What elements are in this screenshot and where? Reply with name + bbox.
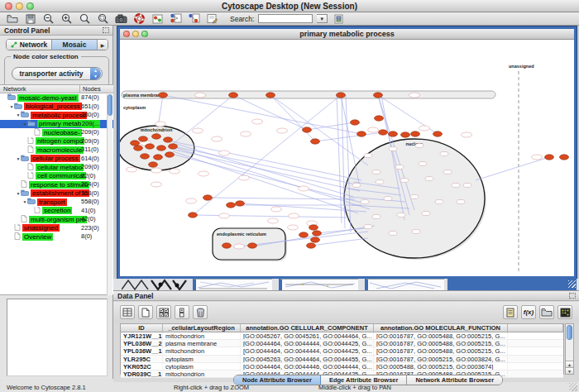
table-cell[interactable]: YPL036W__2 bbox=[121, 340, 163, 347]
gene-node[interactable] bbox=[311, 139, 320, 144]
select-attributes-icon[interactable] bbox=[156, 305, 171, 319]
table-scrollbar[interactable]: ▲ ▼ bbox=[565, 323, 574, 375]
tree-row[interactable]: secretion41(0) bbox=[0, 207, 113, 216]
gene-node[interactable] bbox=[311, 237, 320, 242]
zoom-selected-icon[interactable] bbox=[96, 13, 110, 24]
nucleus-gene-node[interactable] bbox=[397, 213, 405, 217]
gene-label-node[interactable] bbox=[271, 207, 282, 212]
gene-node[interactable] bbox=[248, 243, 257, 248]
attribute-table-icon[interactable] bbox=[120, 305, 135, 319]
gene-label-node[interactable] bbox=[186, 198, 197, 203]
gene-node[interactable] bbox=[146, 144, 155, 149]
gene-node[interactable] bbox=[165, 152, 175, 157]
gene-label-node[interactable] bbox=[212, 136, 223, 141]
gene-label-node[interactable] bbox=[170, 169, 180, 174]
open-folder-icon[interactable] bbox=[5, 13, 19, 24]
gene-node[interactable] bbox=[433, 131, 443, 136]
gene-node[interactable] bbox=[307, 243, 316, 248]
tree-row[interactable]: ▼establishment of lo558(0) bbox=[0, 189, 113, 198]
graph-edge[interactable] bbox=[193, 215, 350, 218]
gene-node[interactable] bbox=[152, 134, 161, 139]
delete-attribute-icon[interactable] bbox=[193, 305, 208, 319]
gene-node[interactable] bbox=[159, 93, 168, 98]
mosaic-annotation-icon[interactable] bbox=[169, 13, 183, 24]
tree-row[interactable]: mosaic-demo-yeast874(0) bbox=[0, 93, 113, 103]
gene-label-node[interactable] bbox=[368, 127, 379, 132]
nucleus-gene-node[interactable] bbox=[389, 231, 397, 235]
nucleus-gene-node[interactable] bbox=[419, 161, 427, 165]
gene-label-node[interactable] bbox=[219, 151, 230, 155]
gene-node[interactable] bbox=[303, 127, 312, 132]
gene-node[interactable] bbox=[157, 146, 166, 151]
tree-row[interactable]: ▼biological_process651(0) bbox=[0, 103, 113, 112]
tab-overflow-button[interactable]: ▶ bbox=[98, 40, 108, 50]
gene-label-node[interactable] bbox=[252, 119, 263, 124]
gene-node[interactable] bbox=[309, 225, 318, 230]
table-cell[interactable]: [GO:0044464, GO:0044444, GO:0044425, G..… bbox=[241, 340, 374, 347]
table-cell[interactable]: [GO:0044464, GO:0044446, GO:0044444, G..… bbox=[241, 363, 374, 370]
gene-label-node[interactable] bbox=[127, 167, 137, 172]
table-row[interactable]: YJR121W__1mitochondrion[GO:0045267, GO:0… bbox=[121, 332, 563, 340]
nucleus-gene-node[interactable] bbox=[422, 211, 430, 215]
network-canvas[interactable]: plasma membranecytoplasmmitochondrionnuc… bbox=[120, 40, 574, 276]
tree-row[interactable]: nitrogen compo209(0) bbox=[0, 137, 113, 146]
nucleus-gene-node[interactable] bbox=[395, 165, 404, 169]
graph-edge[interactable] bbox=[476, 157, 549, 180]
gene-node[interactable] bbox=[266, 93, 275, 98]
search-dropdown-button[interactable]: ▼ bbox=[317, 14, 328, 23]
gene-node[interactable] bbox=[411, 131, 420, 136]
tree-row[interactable]: ▼primary metabo209(... bbox=[0, 120, 113, 129]
graph-edge[interactable] bbox=[270, 95, 315, 141]
plasma-membrane-region[interactable] bbox=[122, 91, 495, 98]
nucleus-gene-node[interactable] bbox=[400, 178, 409, 182]
gene-label-node[interactable] bbox=[239, 175, 250, 180]
table-cell[interactable]: mitochondrion bbox=[163, 332, 241, 339]
gene-node[interactable] bbox=[154, 155, 163, 160]
gene-node[interactable] bbox=[189, 213, 198, 218]
float-panel-icon[interactable] bbox=[569, 293, 576, 299]
gene-node[interactable] bbox=[337, 93, 346, 98]
tree-row[interactable]: cell communicat22(0) bbox=[0, 172, 113, 181]
gene-label-node[interactable] bbox=[299, 186, 309, 191]
gene-node[interactable] bbox=[149, 162, 158, 167]
gene-node[interactable] bbox=[139, 136, 148, 141]
table-cell[interactable]: [GO:0045267, GO:0045261, GO:0044464, G..… bbox=[241, 332, 374, 339]
snapshot-camera-icon[interactable] bbox=[114, 13, 128, 24]
table-cell[interactable]: YLR295C bbox=[121, 356, 163, 362]
tab-mosaic[interactable]: Mosaic bbox=[52, 40, 98, 50]
table-cell[interactable]: mitochondrion bbox=[163, 370, 241, 377]
table-cell[interactable]: cytoplasm bbox=[163, 363, 241, 370]
gene-label-node[interactable] bbox=[193, 128, 203, 133]
column-header[interactable]: _cellularLayoutRegion bbox=[163, 324, 241, 332]
table-cell[interactable]: cytoplasm bbox=[163, 356, 241, 362]
gene-node[interactable] bbox=[545, 155, 554, 160]
tree-row[interactable]: nucleobase-209(0) bbox=[0, 128, 113, 137]
save-icon[interactable] bbox=[23, 13, 37, 24]
tree-row[interactable]: response to stimulu264(0) bbox=[0, 180, 113, 189]
new-attribute-icon[interactable] bbox=[138, 305, 153, 319]
gene-label-node[interactable] bbox=[288, 225, 299, 230]
table-cell[interactable]: [GO:0044464, GO:0044444, GO:0044425, G..… bbox=[241, 347, 374, 354]
search-input[interactable] bbox=[258, 14, 313, 23]
tree-row[interactable]: ▼transport558(0) bbox=[0, 198, 113, 207]
scroll-up-icon[interactable]: ▲ bbox=[566, 361, 573, 367]
formula-icon[interactable]: f(x) bbox=[521, 305, 536, 319]
gene-node[interactable] bbox=[229, 93, 238, 98]
network-zoom-button[interactable] bbox=[141, 31, 148, 37]
attribute-table[interactable]: ID_cellularLayoutRegionannotation.GO CEL… bbox=[120, 323, 564, 375]
gene-label-node[interactable] bbox=[419, 126, 430, 131]
gene-label-node[interactable] bbox=[151, 182, 162, 187]
graph-edge[interactable] bbox=[337, 95, 342, 223]
tree-row[interactable]: multi-organism pro42(0) bbox=[0, 215, 113, 224]
gene-label-node[interactable] bbox=[199, 171, 209, 176]
tree-row[interactable]: ▼metabolic process280(0) bbox=[0, 111, 113, 120]
gene-label-node[interactable] bbox=[268, 218, 279, 223]
table-row[interactable]: YLR295Ccytoplasm[GO:0045263, GO:0044464,… bbox=[121, 356, 563, 363]
window-titlebar[interactable]: Cytoscape Desktop (New Session) bbox=[0, 0, 579, 12]
nucleus-gene-node[interactable] bbox=[412, 229, 420, 233]
nucleus-gene-node[interactable] bbox=[425, 176, 433, 180]
gene-node[interactable] bbox=[357, 131, 366, 136]
nucleus-gene-node[interactable] bbox=[364, 153, 372, 157]
advanced-search-icon[interactable] bbox=[332, 13, 346, 24]
tree-scrollbar[interactable] bbox=[107, 94, 112, 295]
